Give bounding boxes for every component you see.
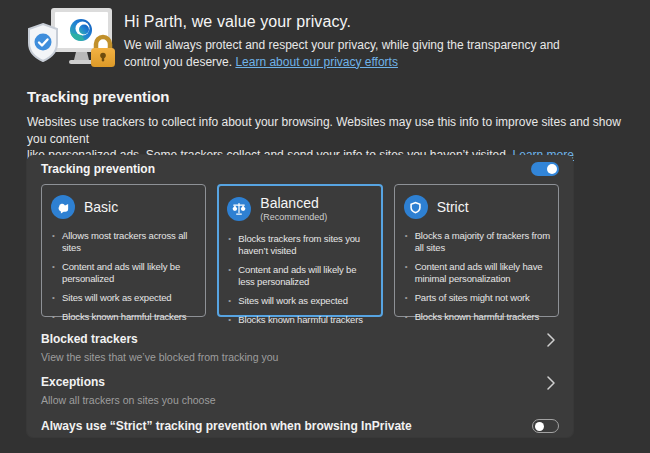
edge-logo-icon [70,19,92,41]
tracking-level-cards: Basic Allows most trackers across all si… [41,184,559,317]
basic-card-title: Basic [84,199,118,215]
inprivate-strict-toggle[interactable] [532,419,559,433]
balanced-card-subtitle: (Recommended) [260,212,327,222]
tracker-bubble-icon [51,195,75,219]
hero-title: Hi Parth, we value your privacy. [124,13,560,31]
bullet: Blocks known harmful trackers [51,311,198,323]
basic-card-bullets: Allows most trackers across all sites Co… [51,230,198,323]
bullet: Sites will work as expected [227,295,374,307]
bullet: Parts of sites might not work [404,292,551,304]
bullet: Content and ads will likely have minimal… [404,261,551,285]
tracking-prevention-toggle[interactable] [531,162,559,176]
exceptions-row[interactable]: Exceptions Allow all trackers on sites y… [41,375,559,406]
shield-check-icon [29,24,57,61]
tracking-prevention-header-row: Tracking prevention [41,155,559,183]
page-title: Tracking prevention [27,88,170,105]
hero-body: We will always protect and respect your … [124,37,560,70]
bullet: Allows most trackers across all sites [51,230,198,254]
balance-scale-icon [227,197,251,221]
tracking-prevention-panel: Tracking prevention Basic Allows most tr… [27,155,573,437]
balanced-card-title: Balanced [260,195,327,211]
bullet: Blocks trackers from sites you haven’t v… [227,233,374,257]
blocked-trackers-label: Blocked trackers [41,332,278,346]
chevron-right-icon [547,376,555,390]
privacy-efforts-link[interactable]: Learn about our privacy efforts [235,55,398,69]
shield-icon [404,195,428,219]
balanced-card-header: Balanced (Recommended) [227,195,374,222]
strict-card-bullets: Blocks a majority of trackers from all s… [404,230,551,323]
tracking-prevention-toggle-label: Tracking prevention [41,162,155,176]
inprivate-strict-label: Always use “Strict” tracking prevention … [41,419,412,433]
blocked-trackers-subtitle: View the sites that we’ve blocked from t… [41,351,278,363]
chevron-right-icon [547,333,555,347]
strict-card-title: Strict [437,199,469,215]
tracking-level-card-balanced[interactable]: Balanced (Recommended) Blocks trackers f… [217,184,382,317]
bullet: Blocks known harmful trackers [404,311,551,323]
tracking-level-card-strict[interactable]: Strict Blocks a majority of trackers fro… [394,184,559,317]
exceptions-subtitle: Allow all trackers on sites you choose [41,394,216,406]
blocked-trackers-row[interactable]: Blocked trackers View the sites that we’… [41,332,559,363]
basic-card-header: Basic [51,195,198,219]
bullet: Content and ads will likely be less pers… [227,264,374,288]
bullet: Blocks a majority of trackers from all s… [404,230,551,254]
bullet: Content and ads will likely be personali… [51,261,198,285]
exceptions-label: Exceptions [41,375,216,389]
privacy-hero: Hi Parth, we value your privacy. We will… [26,6,560,72]
bullet: Sites will work as expected [51,292,198,304]
bullet: Blocks known harmful trackers [227,314,374,326]
tracking-level-card-basic[interactable]: Basic Allows most trackers across all si… [41,184,206,317]
inprivate-strict-row: Always use “Strict” tracking prevention … [41,419,559,433]
privacy-illustration [26,6,116,72]
strict-card-header: Strict [404,195,551,219]
balanced-card-bullets: Blocks trackers from sites you haven’t v… [227,233,374,326]
